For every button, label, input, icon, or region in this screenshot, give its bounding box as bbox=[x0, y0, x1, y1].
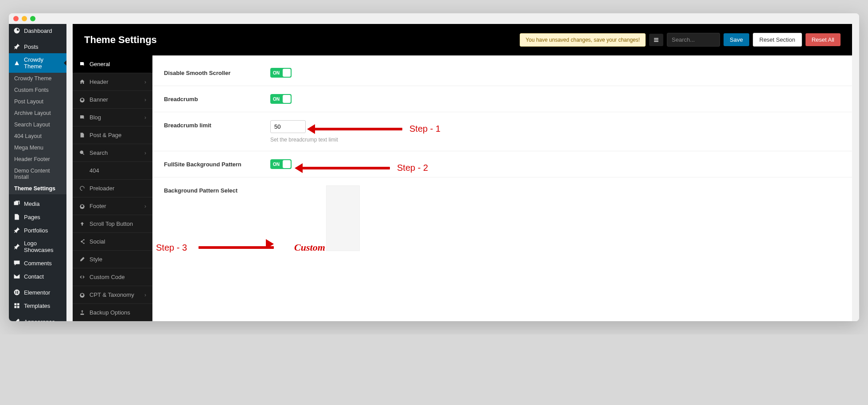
dashboard-icon bbox=[13, 27, 20, 34]
settings-nav-label: Footer bbox=[90, 203, 106, 209]
sidebar-label: Media bbox=[24, 201, 39, 207]
book-icon bbox=[79, 61, 85, 67]
pattern-swatch[interactable] bbox=[326, 185, 360, 251]
settings-nav-item[interactable]: CPT & Taxonomy› bbox=[73, 286, 152, 304]
sidebar-item-pages[interactable]: Pages bbox=[9, 210, 66, 224]
chevron-right-icon: › bbox=[144, 114, 146, 121]
sidebar-label: Posts bbox=[24, 43, 39, 50]
maximize-window-dot[interactable] bbox=[30, 16, 35, 21]
sidebar-label: Elementor bbox=[24, 289, 50, 296]
reset-all-button[interactable]: Reset All bbox=[806, 33, 841, 46]
sidebar-item-elementor[interactable]: Elementor bbox=[9, 286, 66, 299]
chevron-right-icon: › bbox=[144, 292, 146, 298]
settings-nav-item[interactable]: 404 bbox=[73, 162, 152, 180]
close-window-dot[interactable] bbox=[13, 16, 19, 21]
toggle-knob bbox=[283, 69, 291, 77]
sidebar-item-crowdy-theme[interactable]: Crowdy Theme bbox=[9, 53, 66, 73]
toggle-disable-smooth[interactable]: ON bbox=[270, 68, 292, 78]
sidebar-item-dashboard[interactable]: Dashboard bbox=[9, 24, 66, 37]
settings-nav-label: General bbox=[90, 61, 110, 67]
minimize-window-dot[interactable] bbox=[22, 16, 27, 21]
settings-nav-item[interactable]: Custom Code bbox=[73, 268, 152, 286]
setting-disable-smooth: Disable Smooth Scroller ON bbox=[152, 60, 852, 86]
setting-label: Background Pattern Select bbox=[164, 185, 270, 194]
page-title: Theme Settings bbox=[84, 34, 157, 46]
export-icon bbox=[79, 310, 85, 316]
sidebar-sub-item[interactable]: Demo Content Install bbox=[9, 165, 66, 183]
sidebar-sub-item[interactable]: Crowdy Theme bbox=[9, 73, 66, 84]
sidebar-item-logo-showcases[interactable]: Logo Showcases bbox=[9, 237, 66, 256]
sidebar-sub-item[interactable]: Post Layout bbox=[9, 96, 66, 107]
settings-nav-item[interactable]: Backup Options bbox=[73, 304, 152, 321]
sidebar-item-posts[interactable]: Posts bbox=[9, 40, 66, 53]
sidebar-sub-item[interactable]: Theme Settings bbox=[9, 183, 66, 194]
chevron-right-icon: › bbox=[144, 203, 146, 209]
sidebar-sub-item[interactable]: Archive Layout bbox=[9, 107, 66, 119]
setting-label: Disable Smooth Scroller bbox=[164, 68, 270, 76]
code-icon bbox=[79, 274, 85, 280]
pin-icon bbox=[13, 243, 20, 250]
settings-nav-item[interactable]: Style bbox=[73, 251, 152, 268]
up-icon bbox=[79, 221, 85, 227]
search-input[interactable] bbox=[667, 33, 720, 47]
gear-icon bbox=[79, 97, 85, 103]
sidebar-item-media[interactable]: Media bbox=[9, 197, 66, 210]
media-icon bbox=[13, 200, 20, 207]
toggle-fullsite-pattern[interactable]: ON bbox=[270, 159, 292, 169]
settings-nav-item[interactable]: Social bbox=[73, 233, 152, 251]
save-button[interactable]: Save bbox=[724, 33, 749, 46]
mail-icon bbox=[13, 273, 20, 280]
settings-nav-item[interactable]: General bbox=[73, 55, 152, 73]
topbar-right: You have unsaved changes, save your chan… bbox=[520, 33, 841, 47]
settings-content: GeneralHeader›Banner›Blog›Post & PageSea… bbox=[73, 55, 852, 321]
setting-label: FullSite Background Pattern bbox=[164, 159, 270, 168]
home-icon bbox=[79, 79, 85, 85]
sidebar-sub-item[interactable]: 404 Layout bbox=[9, 130, 66, 142]
settings-nav-label: Blog bbox=[90, 114, 101, 121]
settings-nav-item[interactable]: Scroll Top Button bbox=[73, 215, 152, 233]
settings-nav-label: Header bbox=[90, 79, 109, 85]
wp-sidebar: Dashboard Posts Crowdy Theme Crowdy Them… bbox=[9, 24, 66, 321]
settings-nav-label: Post & Page bbox=[90, 132, 121, 138]
toggle-state: ON bbox=[273, 71, 280, 75]
sidebar-item-contact[interactable]: Contact bbox=[9, 270, 66, 283]
sidebar-label: Contact bbox=[24, 273, 44, 280]
sidebar-item-comments[interactable]: Comments bbox=[9, 256, 66, 270]
setting-pattern-select: Background Pattern Select bbox=[152, 177, 852, 259]
settings-nav-item[interactable]: Preloader bbox=[73, 180, 152, 197]
spinner-icon bbox=[79, 185, 85, 192]
toggle-breadcrumb[interactable]: ON bbox=[270, 94, 292, 104]
sidebar-item-templates[interactable]: Templates bbox=[9, 299, 66, 312]
breadcrumb-limit-input[interactable] bbox=[270, 120, 306, 133]
settings-nav-label: Backup Options bbox=[90, 309, 130, 316]
pin-icon bbox=[13, 43, 20, 50]
setting-label: Breadcrumb limit bbox=[164, 120, 270, 129]
sidebar-label: Portfolios bbox=[24, 227, 48, 234]
settings-nav-item[interactable]: Footer› bbox=[73, 197, 152, 215]
settings-nav-label: Custom Code bbox=[90, 274, 125, 280]
setting-breadcrumb-limit: Breadcrumb limit Set the breadcrump text… bbox=[152, 112, 852, 151]
sidebar-sub-item[interactable]: Mega Menu bbox=[9, 142, 66, 153]
settings-nav-item[interactable]: Blog› bbox=[73, 109, 152, 126]
crowdy-icon bbox=[13, 59, 20, 67]
toggle-knob bbox=[283, 160, 291, 168]
theme-settings-topbar: Theme Settings You have unsaved changes,… bbox=[73, 24, 852, 55]
reset-section-button[interactable]: Reset Section bbox=[753, 33, 802, 47]
sidebar-sub-item[interactable]: Custom Fonts bbox=[9, 84, 66, 96]
settings-nav-item[interactable]: Post & Page bbox=[73, 126, 152, 144]
settings-nav-label: Style bbox=[90, 256, 102, 263]
expand-button[interactable] bbox=[649, 34, 663, 46]
sidebar-item-appearance[interactable]: Appearance bbox=[9, 315, 66, 321]
settings-nav-item[interactable]: Search› bbox=[73, 144, 152, 162]
settings-nav-label: Scroll Top Button bbox=[90, 220, 133, 227]
sidebar-item-portfolios[interactable]: Portfolios bbox=[9, 224, 66, 237]
svg-rect-4 bbox=[17, 293, 18, 294]
settings-nav-item[interactable]: Header› bbox=[73, 73, 152, 91]
toggle-knob bbox=[283, 95, 291, 103]
toggle-state: ON bbox=[273, 162, 280, 167]
settings-nav-label: CPT & Taxonomy bbox=[90, 291, 134, 298]
sidebar-label: Dashboard bbox=[24, 28, 52, 34]
sidebar-sub-item[interactable]: Header Footer bbox=[9, 153, 66, 165]
settings-nav-item[interactable]: Banner› bbox=[73, 91, 152, 109]
sidebar-sub-item[interactable]: Search Layout bbox=[9, 119, 66, 130]
